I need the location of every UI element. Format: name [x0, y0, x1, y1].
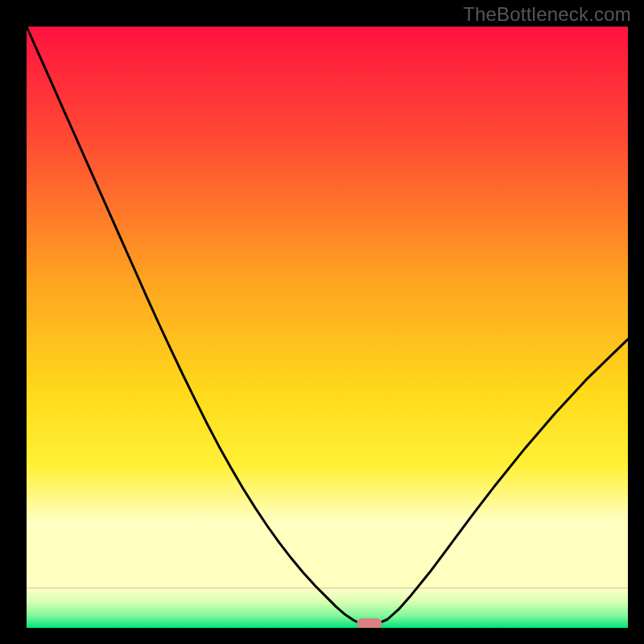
axis-left	[0, 0, 27, 644]
bottleneck-chart	[0, 0, 644, 644]
axis-bottom	[0, 628, 644, 644]
watermark-text: TheBottleneck.com	[463, 3, 631, 26]
chart-frame: TheBottleneck.com	[0, 0, 644, 644]
plot-gradient-lower	[27, 588, 628, 628]
optimal-marker	[357, 618, 382, 629]
plot-gradient-upper	[27, 27, 628, 588]
axis-right	[628, 0, 644, 644]
